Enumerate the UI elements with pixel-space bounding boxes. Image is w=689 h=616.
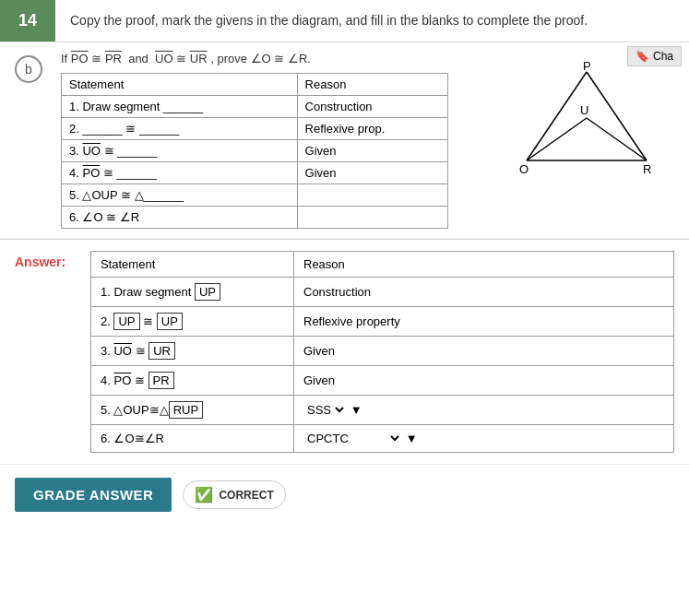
answer-stmt-6: 6. ∠O≅∠R	[91, 425, 294, 453]
answer-row-3: 3. UO ≅ UR Given	[91, 337, 674, 366]
answer-row-4: 4. PO ≅ PR Given	[91, 366, 674, 396]
grade-answer-button[interactable]: GRADE ANSWER	[15, 478, 172, 512]
proof-table: Statement Reason 1. Draw segment ______ …	[61, 73, 448, 229]
up2-box: UP	[157, 313, 183, 330]
sss-dropdown[interactable]: SSS SAS ASA AAS	[303, 402, 347, 418]
ur-box: UR	[148, 342, 175, 360]
answer-reason-4: Given	[294, 366, 674, 396]
part-b-row: b If PO ≅ PR and UO ≅ UR , prove ∠O ≅ ∠R…	[0, 42, 689, 239]
proof-reason-6	[297, 207, 447, 229]
answer-col-statement: Statement	[91, 252, 294, 278]
proof-col-reason: Reason	[297, 74, 447, 96]
svg-text:R: R	[643, 162, 651, 176]
proof-row-1: 1. Draw segment ______ Construction	[62, 96, 448, 118]
proof-stmt-1: 1. Draw segment ______	[62, 96, 298, 118]
dropdown-arrow-cpctc: ▼	[406, 432, 418, 445]
answer-stmt-1: 1. Draw segment UP	[91, 278, 294, 307]
answer-section: Answer: Statement Reason 1. Draw segment…	[0, 239, 689, 464]
correct-label: CORRECT	[219, 489, 273, 502]
proof-reason-4: Given	[297, 162, 447, 184]
cpctc-dropdown[interactable]: CPCTC Reflexive prop. Given Construction	[303, 431, 402, 446]
answer-col-reason: Reason	[294, 252, 674, 278]
answer-reason-5: SSS SAS ASA AAS ▼	[294, 396, 674, 425]
answer-row-1: 1. Draw segment UP Construction	[91, 278, 674, 307]
bookmark-icon: 🔖	[636, 50, 649, 63]
given-statement: If PO ≅ PR and UO ≅ UR , prove ∠O ≅ ∠R.	[61, 52, 503, 65]
cha-button[interactable]: 🔖 Cha	[627, 46, 682, 66]
svg-text:O: O	[519, 162, 529, 176]
question-text: Copy the proof, mark the givens in the d…	[55, 0, 689, 41]
answer-label: Answer:	[15, 251, 79, 453]
answer-header-row: Statement Reason	[91, 252, 674, 278]
proof-stmt-2: 2. ______ ≅ ______	[62, 118, 298, 140]
up1-box: UP	[113, 313, 139, 330]
proof-row-2: 2. ______ ≅ ______ Reflexive prop.	[62, 118, 448, 140]
check-circle-icon: ✅	[195, 486, 213, 503]
svg-text:U: U	[580, 103, 588, 117]
proof-reason-5	[297, 184, 447, 207]
answer-row-2: 2. UP ≅ UP Reflexive property	[91, 307, 674, 337]
proof-col-statement: Statement	[62, 74, 298, 96]
proof-reason-1: Construction	[297, 96, 447, 118]
segment-up-box: UP	[195, 283, 220, 301]
proof-row-5: 5. △OUP ≅ △______	[62, 184, 448, 207]
answer-table: Statement Reason 1. Draw segment UP Cons…	[90, 251, 674, 453]
proof-row-3: 3. UO ≅ ______ Given	[62, 140, 448, 162]
answer-reason-1: Construction	[294, 278, 674, 307]
answer-stmt-2: 2. UP ≅ UP	[91, 307, 294, 337]
proof-row-6: 6. ∠O ≅ ∠R	[62, 207, 448, 229]
answer-reason-3: Given	[294, 337, 674, 366]
answer-stmt-4: 4. PO ≅ PR	[91, 366, 294, 396]
proof-row-4: 4. PO ≅ ______ Given	[62, 162, 448, 184]
svg-line-0	[527, 72, 587, 160]
answer-row-5: 5. △OUP≅△RUP SSS SAS ASA AAS ▼	[91, 396, 674, 425]
proof-reason-2: Reflexive prop.	[297, 118, 447, 140]
part-label: b	[15, 55, 42, 83]
answer-stmt-5: 5. △OUP≅△RUP	[91, 396, 294, 425]
proof-stmt-6: 6. ∠O ≅ ∠R	[62, 207, 298, 229]
proof-stmt-3: 3. UO ≅ ______	[62, 140, 298, 162]
svg-line-4	[587, 118, 647, 160]
rup-box: RUP	[169, 401, 203, 419]
question-number: 14	[0, 0, 55, 41]
answer-row-6: 6. ∠O≅∠R CPCTC Reflexive prop. Given Con…	[91, 425, 674, 453]
triangle-diagram: P U O R	[517, 61, 656, 181]
svg-text:P: P	[583, 61, 591, 73]
grade-area: GRADE ANSWER ✅ CORRECT	[0, 464, 689, 525]
svg-line-3	[527, 118, 587, 160]
dropdown-arrow-sss: ▼	[350, 403, 362, 417]
answer-reason-6: CPCTC Reflexive prop. Given Construction…	[294, 425, 674, 453]
proof-reason-3: Given	[297, 140, 447, 162]
part-content: If PO ≅ PR and UO ≅ UR , prove ∠O ≅ ∠R. …	[61, 52, 674, 229]
answer-reason-2: Reflexive property	[294, 307, 674, 337]
svg-line-1	[587, 72, 647, 160]
proof-stmt-4: 4. PO ≅ ______	[62, 162, 298, 184]
cha-label: Cha	[653, 50, 673, 63]
question-header: 14 Copy the proof, mark the givens in th…	[0, 0, 689, 42]
proof-stmt-5: 5. △OUP ≅ △______	[62, 184, 298, 207]
correct-badge: ✅ CORRECT	[183, 480, 285, 509]
answer-stmt-3: 3. UO ≅ UR	[91, 337, 294, 366]
pr-box: PR	[148, 372, 174, 389]
